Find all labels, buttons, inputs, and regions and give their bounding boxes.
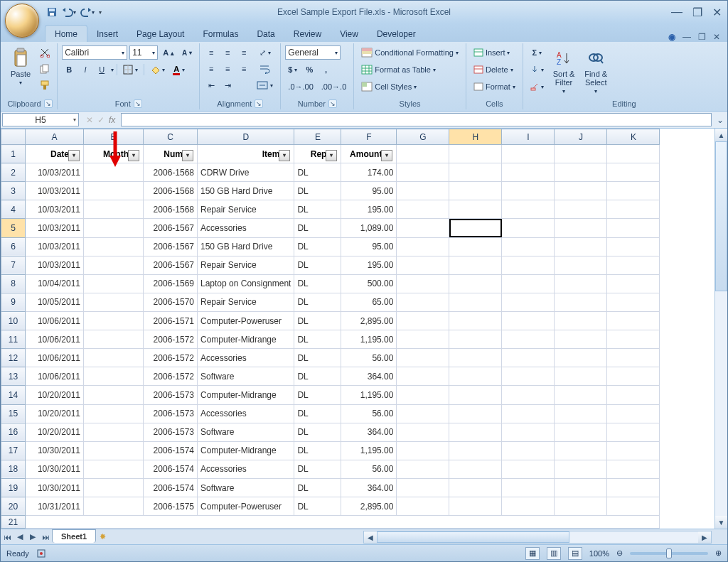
cell[interactable] — [397, 386, 449, 404]
cell[interactable] — [397, 182, 449, 200]
cell[interactable]: DL — [294, 423, 341, 441]
cell[interactable]: 364.00 — [341, 423, 397, 441]
cell[interactable]: 150 GB Hard Drive — [198, 182, 294, 200]
column-header-K[interactable]: K — [607, 129, 660, 145]
cell[interactable]: DL — [294, 460, 341, 478]
decrease-indent-icon[interactable]: ⇤ — [204, 78, 218, 92]
row-header[interactable]: 18 — [1, 460, 26, 478]
column-header-I[interactable]: I — [502, 129, 555, 145]
merge-center-icon[interactable]: ▾ — [254, 78, 276, 92]
cell[interactable]: 10/30/2011 — [26, 460, 84, 478]
cell[interactable] — [607, 330, 660, 349]
cell[interactable] — [449, 497, 502, 516]
cell[interactable]: 2006-1568 — [144, 163, 198, 182]
cell[interactable]: 10/06/2011 — [26, 311, 84, 330]
cell[interactable]: DL — [294, 330, 341, 349]
cell[interactable] — [555, 441, 607, 460]
fill-color-icon[interactable]: ▾ — [147, 63, 168, 77]
tab-nav-next-icon[interactable]: ▶ — [26, 531, 39, 544]
row-header[interactable]: 2 — [1, 163, 26, 182]
cell[interactable]: DL — [294, 163, 341, 182]
tab-view[interactable]: View — [331, 26, 368, 42]
cell[interactable] — [555, 386, 607, 404]
cell[interactable]: Software — [198, 423, 294, 441]
filter-button[interactable]: ▾ — [279, 150, 290, 161]
cell[interactable]: DL — [294, 497, 341, 516]
cell[interactable] — [502, 311, 555, 330]
cell[interactable] — [84, 349, 144, 367]
vertical-scrollbar[interactable]: ▲ ▼ — [714, 129, 727, 529]
cell[interactable] — [397, 274, 449, 293]
horizontal-scrollbar[interactable]: ◀▶ — [363, 531, 712, 544]
redo-icon[interactable]: ▾ — [80, 6, 95, 18]
cell[interactable]: 10/05/2011 — [26, 293, 84, 311]
cell[interactable] — [84, 386, 144, 404]
cell[interactable] — [607, 423, 660, 441]
align-center-icon[interactable]: ≡ — [220, 62, 235, 76]
cell[interactable] — [607, 237, 660, 256]
tab-review[interactable]: Review — [284, 26, 331, 42]
cell[interactable]: 1,089.00 — [341, 219, 397, 237]
column-header-F[interactable]: F — [341, 129, 397, 145]
cell[interactable] — [607, 349, 660, 367]
cell[interactable] — [555, 274, 607, 293]
cell[interactable] — [607, 274, 660, 293]
cell[interactable]: 10/03/2011 — [26, 237, 84, 256]
cell[interactable]: 10/20/2011 — [26, 386, 84, 404]
cell[interactable] — [502, 256, 555, 274]
cell[interactable] — [449, 237, 502, 256]
italic-button[interactable]: I — [78, 63, 92, 77]
cell[interactable] — [449, 274, 502, 293]
header-cell-date[interactable]: Date▾ — [26, 145, 84, 163]
cell[interactable] — [84, 441, 144, 460]
cell[interactable]: 2006-1570 — [144, 293, 198, 311]
cell[interactable] — [84, 311, 144, 330]
cell[interactable] — [397, 349, 449, 367]
cell[interactable] — [555, 423, 607, 441]
column-header-D[interactable]: D — [198, 129, 294, 145]
doc-minimize-icon[interactable]: — — [682, 32, 691, 42]
cell[interactable]: 10/31/2011 — [26, 497, 84, 516]
cell[interactable]: 500.00 — [341, 274, 397, 293]
cell[interactable]: 364.00 — [341, 478, 397, 497]
delete-cells-button[interactable]: Delete▾ — [471, 63, 516, 77]
tab-nav-first-icon[interactable]: ⏮ — [1, 531, 14, 544]
cell[interactable] — [84, 423, 144, 441]
cell[interactable] — [607, 478, 660, 497]
row-header[interactable]: 12 — [1, 349, 26, 367]
filter-button[interactable]: ▾ — [128, 150, 139, 161]
cell[interactable] — [555, 200, 607, 219]
cell[interactable]: 2006-1567 — [144, 237, 198, 256]
cell[interactable] — [449, 441, 502, 460]
format-cells-button[interactable]: Format▾ — [471, 80, 518, 94]
cell[interactable]: 10/20/2011 — [26, 404, 84, 423]
cell[interactable] — [397, 237, 449, 256]
macro-record-icon[interactable] — [36, 549, 46, 558]
cell[interactable]: 2006-1572 — [144, 349, 198, 367]
name-box[interactable]: H5▾ — [2, 113, 79, 126]
cell[interactable] — [555, 349, 607, 367]
cell[interactable] — [607, 311, 660, 330]
row-header[interactable]: 13 — [1, 367, 26, 386]
cell[interactable]: Repair Service — [198, 293, 294, 311]
column-header-H[interactable]: H — [449, 129, 502, 145]
cell[interactable] — [449, 293, 502, 311]
undo-icon[interactable]: ▾ — [62, 6, 76, 18]
cancel-formula-icon[interactable]: ✕ — [86, 115, 93, 125]
row-header[interactable]: 19 — [1, 478, 26, 497]
cell[interactable] — [607, 293, 660, 311]
scroll-down-icon[interactable]: ▼ — [715, 516, 727, 529]
cell[interactable]: Computer-Midrange — [198, 386, 294, 404]
cell[interactable]: Repair Service — [198, 256, 294, 274]
number-format-combo[interactable]: General▾ — [285, 45, 341, 60]
tab-page-layout[interactable]: Page Layout — [127, 26, 193, 42]
cell[interactable] — [84, 256, 144, 274]
cell[interactable]: 56.00 — [341, 349, 397, 367]
cell[interactable]: Software — [198, 478, 294, 497]
cell[interactable]: 2006-1573 — [144, 404, 198, 423]
cell[interactable]: DL — [294, 311, 341, 330]
copy-icon[interactable] — [37, 62, 53, 76]
cell[interactable] — [607, 219, 660, 237]
cell[interactable] — [449, 478, 502, 497]
fx-icon[interactable]: fx — [109, 115, 115, 125]
